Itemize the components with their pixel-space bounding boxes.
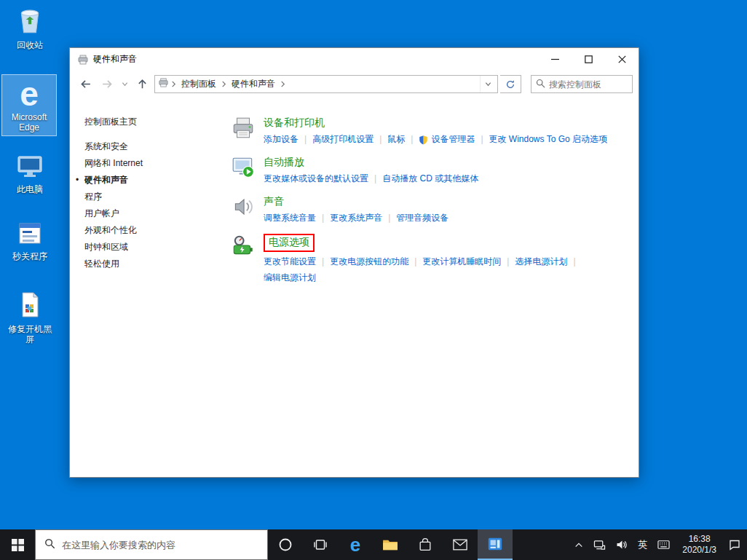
hardware-sound-window-icon: [77, 54, 89, 66]
breadcrumb-hardware-sound[interactable]: 硬件和声音: [229, 76, 278, 92]
window-content: 控制面板主页 系统和安全 网络和 Internet •硬件和声音 程序 用户帐户…: [70, 98, 639, 477]
section-autoplay: 自动播放 更改媒体或设备的默认设置 | 自动播放 CD 或其他媒体: [230, 154, 639, 186]
link-autoplay-cd-other-media[interactable]: 自动播放 CD 或其他媒体: [382, 172, 478, 186]
search-input[interactable]: [549, 79, 628, 90]
link-adjust-system-volume[interactable]: 调整系统音量: [264, 211, 316, 225]
network-icon[interactable]: [590, 529, 609, 560]
back-button[interactable]: [76, 74, 95, 94]
taskbar-file-explorer-button[interactable]: [373, 529, 408, 560]
link-change-power-button-function[interactable]: 更改电源按钮的功能: [330, 255, 408, 269]
link-edit-power-plan[interactable]: 编辑电源计划: [264, 271, 316, 285]
volume-icon[interactable]: [612, 529, 631, 560]
devices-and-printers-icon[interactable]: [230, 115, 256, 141]
section-title-sound[interactable]: 声音: [264, 195, 284, 208]
separator: |: [481, 133, 483, 146]
window-title: 硬件和声音: [93, 53, 137, 66]
clock[interactable]: 16:38 2020/1/3: [676, 534, 722, 556]
section-power-options: 电源选项 更改节能设置 | 更改电源按钮的功能 | 更改计算机睡眠时间 | 选择…: [230, 233, 639, 285]
start-button[interactable]: [0, 529, 35, 560]
separator: |: [414, 255, 416, 269]
taskbar-search-input[interactable]: [62, 540, 258, 551]
desktop-icon-recycle-bin[interactable]: 回收站: [3, 4, 57, 53]
sidebar-item-network-internet[interactable]: 网络和 Internet: [84, 155, 216, 172]
minimize-button[interactable]: [538, 48, 572, 71]
refresh-button[interactable]: [500, 75, 521, 93]
separator: |: [411, 133, 413, 146]
main-pane: 设备和打印机 添加设备 | 高级打印机设置 | 鼠标 | 设备管理器 | 更改: [216, 98, 639, 477]
desktop-icon-label: Microsoft Edge: [4, 112, 55, 133]
maximize-button[interactable]: [572, 48, 605, 71]
desktop-icon-this-pc[interactable]: 此电脑: [3, 151, 57, 197]
desktop-icon-label: 秒关程序: [12, 251, 47, 261]
program-window-icon: [17, 221, 43, 249]
taskbar-control-panel-button-active[interactable]: [478, 529, 513, 560]
tray-time: 16:38: [689, 534, 711, 545]
link-windows-to-go-startup-options[interactable]: 更改 Windows To Go 启动选项: [489, 133, 607, 146]
sidebar-item-clock-region[interactable]: 时钟和区域: [84, 239, 216, 256]
separator: |: [304, 133, 307, 146]
sidebar-item-ease-of-access[interactable]: 轻松使用: [84, 256, 216, 272]
sidebar-item-appearance-personalization[interactable]: 外观和个性化: [84, 222, 216, 239]
show-hidden-icons-chevron-icon[interactable]: [571, 529, 587, 560]
sound-icon[interactable]: [230, 194, 256, 220]
language-indicator[interactable]: 英: [634, 529, 651, 560]
chevron-right-icon[interactable]: [280, 81, 286, 87]
link-device-manager[interactable]: 设备管理器: [431, 133, 475, 146]
link-mouse[interactable]: 鼠标: [387, 133, 405, 146]
taskbar-mail-button[interactable]: [443, 529, 478, 560]
link-change-default-media-settings[interactable]: 更改媒体或设备的默认设置: [264, 172, 368, 186]
this-pc-icon: [16, 154, 44, 182]
separator: |: [322, 255, 324, 269]
taskbar-search-box[interactable]: [35, 529, 268, 560]
close-button[interactable]: [605, 48, 639, 71]
power-options-icon[interactable]: [230, 233, 256, 259]
address-bar[interactable]: 控制面板 硬件和声音: [154, 75, 498, 93]
chevron-right-icon[interactable]: [221, 81, 227, 87]
edge-icon: e: [350, 535, 360, 554]
link-manage-audio-devices[interactable]: 管理音频设备: [396, 211, 448, 225]
section-sound: 声音 调整系统音量 | 更改系统声音 | 管理音频设备: [230, 194, 639, 225]
desktop-icon-label: 修复开机黑屏: [4, 324, 55, 344]
sidebar-item-user-accounts[interactable]: 用户帐户: [84, 205, 216, 222]
separator: |: [379, 133, 382, 146]
sidebar-item-programs[interactable]: 程序: [84, 189, 216, 205]
link-change-power-saving-settings[interactable]: 更改节能设置: [264, 255, 316, 269]
touch-keyboard-icon[interactable]: [654, 529, 673, 560]
titlebar[interactable]: 硬件和声音: [70, 48, 639, 71]
action-center-icon[interactable]: [725, 529, 744, 560]
control-panel-window: 硬件和声音 控制面板 硬件和声音: [69, 47, 639, 478]
system-tray: 英 16:38 2020/1/3: [571, 529, 747, 560]
autoplay-icon[interactable]: [230, 154, 256, 181]
breadcrumb-control-panel[interactable]: 控制面板: [178, 76, 219, 92]
sidebar-item-hardware-sound[interactable]: •硬件和声音: [84, 172, 216, 189]
uac-shield-icon: [419, 135, 428, 145]
forward-button[interactable]: [98, 74, 117, 94]
link-change-computer-sleep-time[interactable]: 更改计算机睡眠时间: [422, 255, 501, 269]
desktop-icon-label: 回收站: [17, 40, 43, 50]
taskbar-edge-button[interactable]: e: [338, 529, 373, 560]
up-button[interactable]: [133, 74, 152, 94]
link-choose-power-plan[interactable]: 选择电源计划: [515, 255, 567, 269]
chevron-right-icon[interactable]: [170, 81, 177, 87]
tray-date: 2020/1/3: [682, 545, 716, 556]
link-advanced-printer-setup[interactable]: 高级打印机设置: [312, 133, 374, 146]
address-dropdown-icon[interactable]: [480, 76, 496, 92]
desktop-icon-microsoft-edge[interactable]: e Microsoft Edge: [2, 75, 56, 135]
navigation-bar: 控制面板 硬件和声音: [70, 71, 639, 98]
task-view-button[interactable]: [303, 529, 338, 560]
link-add-device[interactable]: 添加设备: [264, 133, 299, 146]
cortana-button[interactable]: [268, 529, 303, 560]
section-title-power-options[interactable]: 电源选项: [264, 234, 315, 252]
taskbar-store-button[interactable]: [408, 529, 443, 560]
section-title-devices-and-printers[interactable]: 设备和打印机: [264, 117, 325, 130]
search-icon: [536, 78, 545, 91]
sidebar-item-control-panel-home[interactable]: 控制面板主页: [84, 116, 216, 128]
link-change-system-sounds[interactable]: 更改系统声音: [330, 211, 382, 225]
desktop-icon-fix-black-screen[interactable]: 修复开机黑屏: [3, 288, 57, 347]
control-panel-search-box[interactable]: [531, 75, 633, 93]
section-title-autoplay[interactable]: 自动播放: [264, 156, 304, 169]
sidebar-item-system-security[interactable]: 系统和安全: [84, 138, 216, 155]
recent-locations-chevron-icon[interactable]: [119, 74, 130, 94]
desktop-icon-quick-close-program[interactable]: 秒关程序: [3, 218, 57, 264]
separator: |: [573, 255, 575, 269]
